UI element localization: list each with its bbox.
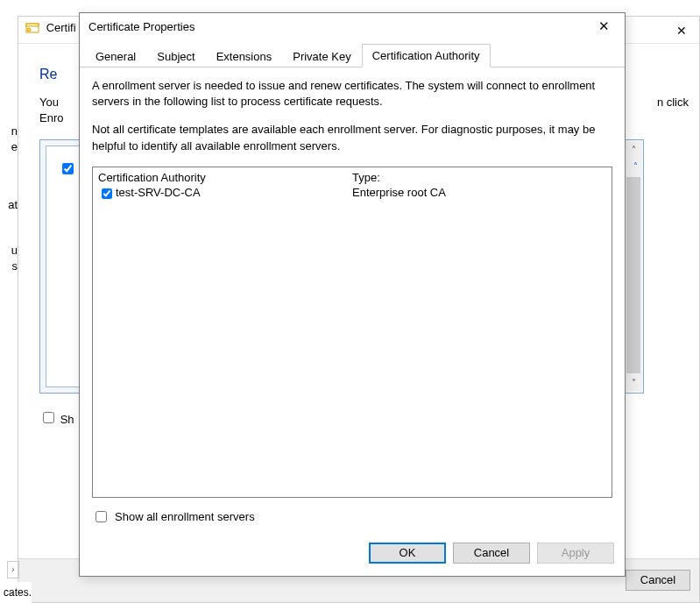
show-all-servers-label: Show all enrollment servers xyxy=(115,510,255,523)
tab-extensions[interactable]: Extensions xyxy=(206,45,283,67)
parent-cancel-button[interactable]: Cancel xyxy=(626,570,690,591)
ca-list-box[interactable]: Certification Authority test-SRV-DC-CA T… xyxy=(92,167,612,498)
description-paragraph-2: Not all certificate templates are availa… xyxy=(92,122,612,153)
ca-row-type: Enterprise root CA xyxy=(352,186,606,199)
svg-rect-1 xyxy=(26,24,39,26)
parent-body-fragment2: Enro xyxy=(39,111,63,124)
cancel-button[interactable]: Cancel xyxy=(453,543,530,564)
show-all-servers-checkbox[interactable] xyxy=(95,511,107,522)
status-bar-fragment: cates. xyxy=(0,582,32,603)
ok-button[interactable]: OK xyxy=(369,543,446,564)
scroll-caret-icon[interactable]: ˄ xyxy=(633,161,638,171)
show-all-servers-option[interactable]: Show all enrollment servers xyxy=(92,508,612,525)
ca-row-checkbox[interactable] xyxy=(102,188,112,199)
ca-col-header-type: Type: xyxy=(352,171,606,184)
scroll-thumb[interactable] xyxy=(626,177,640,373)
certificate-properties-dialog: Certificate Properties ✕ General Subject… xyxy=(79,12,626,577)
parent-title-fragment: Certifi xyxy=(46,21,76,34)
cert-icon xyxy=(25,21,39,35)
svg-point-2 xyxy=(27,28,31,32)
tab-bar: General Subject Extensions Private Key C… xyxy=(80,43,625,67)
dialog-button-bar: OK Cancel Apply xyxy=(80,534,625,576)
ca-row-name[interactable]: test-SRV-DC-CA xyxy=(116,186,201,202)
parent-close-icon[interactable]: ✕ xyxy=(676,24,687,38)
apply-button[interactable]: Apply xyxy=(537,543,614,564)
description-paragraph-1: A enrollment server is needed to issue a… xyxy=(92,78,612,110)
ca-col-header-name: Certification Authority xyxy=(98,171,352,184)
parent-list-checkbox[interactable] xyxy=(62,163,74,174)
close-icon[interactable]: ✕ xyxy=(591,18,616,34)
scroll-down-icon[interactable]: ˅ xyxy=(626,375,641,391)
scrollbar[interactable]: ˄ ˄ ˅ xyxy=(626,142,641,391)
tree-expand-right-icon[interactable]: › xyxy=(7,561,19,578)
parent-body-fragment-right: n click xyxy=(657,95,689,110)
tab-private-key[interactable]: Private Key xyxy=(282,45,361,67)
parent-show-checkbox[interactable] xyxy=(43,412,54,423)
dialog-title: Certificate Properties xyxy=(88,20,194,33)
tab-subject[interactable]: Subject xyxy=(146,45,205,67)
parent-show-label-fragment: Sh xyxy=(60,413,74,426)
tab-certification-authority[interactable]: Certification Authority xyxy=(362,44,491,67)
tab-general[interactable]: General xyxy=(85,45,146,67)
left-tree-fragment: n e at u s xyxy=(0,0,18,603)
scroll-up-icon[interactable]: ˄ xyxy=(626,142,641,158)
parent-body-fragment: You xyxy=(39,96,59,109)
